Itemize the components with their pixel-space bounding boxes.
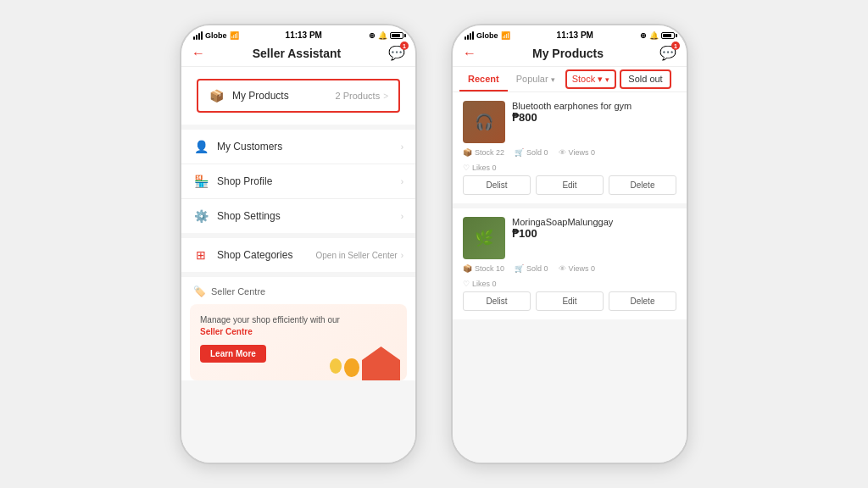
seller-centre-label: Seller Centre <box>211 286 265 297</box>
my-products-count: 2 Products > <box>336 91 388 101</box>
signal-bars <box>193 31 203 40</box>
seller-centre-link[interactable]: Seller Centre <box>200 327 253 336</box>
carrier-right: Globe <box>476 31 498 40</box>
shop-categories-label: Shop Categories <box>217 249 315 261</box>
delist-button-1[interactable]: Delist <box>463 175 531 195</box>
views-stat-1: 👁 Views 0 <box>559 148 595 157</box>
tab-sold-out[interactable]: Sold out <box>620 69 670 89</box>
shop-profile-item[interactable]: 🏪 Shop Profile › <box>181 164 415 199</box>
shop-profile-label: Shop Profile <box>217 175 401 187</box>
time-right: 11:13 PM <box>557 30 593 40</box>
shop-settings-label: Shop Settings <box>217 210 401 222</box>
seller-centre-section: 🏷️ Seller Centre Manage your shop effici… <box>181 277 415 380</box>
customers-chevron: › <box>401 142 403 152</box>
stock-icon-1: 📦 <box>463 148 472 157</box>
product-header-2: 🌿 MoringaSoapMalunggay ₱100 <box>463 217 676 259</box>
status-bar-right: Globe 📶 11:13 PM ⊕ 🔔 <box>453 25 687 42</box>
edit-button-1[interactable]: Edit <box>536 175 604 195</box>
product-name-1: Bluetooth earphones for gym <box>512 101 632 111</box>
product-thumb-2: 🌿 <box>463 217 505 259</box>
categories-icon: ⊞ <box>193 248 209 262</box>
product-actions-1: Delist Edit Delete <box>463 175 676 195</box>
sold-icon-2: 🛒 <box>515 264 524 273</box>
product-price-2: ₱100 <box>512 227 613 240</box>
chat-button-right[interactable]: 💬 1 <box>659 45 676 61</box>
status-bar-left: Globe 📶 11:13 PM ⊕ 🔔 <box>181 25 415 42</box>
product-card-2: 🌿 MoringaSoapMalunggay ₱100 📦 Stock 10 🛒… <box>453 208 687 319</box>
back-button-left[interactable]: ← <box>192 46 205 61</box>
my-products-label: My Products <box>232 90 336 102</box>
shop-profile-chevron: › <box>401 177 403 186</box>
views-stat-2: 👁 Views 0 <box>559 264 595 273</box>
stock-icon-2: 📦 <box>463 264 472 273</box>
banner-text: Manage your shop efficiently with our Se… <box>200 314 397 338</box>
edit-button-2[interactable]: Edit <box>536 291 604 311</box>
notification-icon-right: 🔔 <box>649 31 659 40</box>
products-icon: 📦 <box>209 89 224 103</box>
battery-left <box>390 32 403 39</box>
nav-bar-right: ← My Products 💬 1 <box>453 42 687 67</box>
status-right: ⊕ 🔔 <box>369 31 403 40</box>
likes-row-2: ♡ Likes 0 <box>463 280 676 288</box>
right-phone: Globe 📶 11:13 PM ⊕ 🔔 ← My Products 💬 1 R… <box>451 24 688 464</box>
seller-centre-icon: 🏷️ <box>193 286 206 297</box>
seller-centre-banner: Manage your shop efficiently with our Se… <box>190 304 407 380</box>
left-phone: Globe 📶 11:13 PM ⊕ 🔔 ← Seller Assistant … <box>180 24 417 464</box>
signal-bars-right <box>465 31 474 40</box>
product-info-2: MoringaSoapMalunggay ₱100 <box>512 217 613 245</box>
back-button-right[interactable]: ← <box>463 46 476 61</box>
earphones-emoji: 🎧 <box>475 113 493 131</box>
shop-categories-item[interactable]: ⊞ Shop Categories Open in Seller Center … <box>181 238 415 272</box>
status-left: Globe 📶 <box>193 31 239 40</box>
house-shape <box>362 347 400 380</box>
shop-profile-icon: 🏪 <box>193 175 209 188</box>
banner-decoration <box>330 347 400 380</box>
balloon-small <box>330 358 342 374</box>
shop-categories-right: Open in Seller Center › <box>315 251 403 260</box>
categories-chevron: › <box>401 251 403 260</box>
learn-more-button[interactable]: Learn More <box>200 345 266 363</box>
delist-button-2[interactable]: Delist <box>463 291 531 311</box>
product-name-2: MoringaSoapMalunggay <box>512 217 613 227</box>
shop-settings-chevron: › <box>401 212 403 221</box>
chat-badge-right: 1 <box>671 42 680 50</box>
wifi-icon: 📶 <box>230 31 239 40</box>
chat-button-left[interactable]: 💬 1 <box>388 45 405 61</box>
shop-settings-icon: ⚙️ <box>193 209 209 223</box>
seller-centre-header: 🏷️ Seller Centre <box>181 277 415 301</box>
tab-recent[interactable]: Recent <box>459 67 508 92</box>
page-title-left: Seller Assistant <box>253 47 342 60</box>
product-stats-1: 📦 Stock 22 🛒 Sold 0 👁 Views 0 <box>463 148 676 157</box>
delete-button-1[interactable]: Delete <box>609 175 676 195</box>
my-customers-label: My Customers <box>217 141 401 152</box>
customers-icon: 👤 <box>193 140 209 153</box>
page-title-right: My Products <box>532 47 604 60</box>
balloon-large <box>344 358 359 377</box>
shop-settings-item[interactable]: ⚙️ Shop Settings › <box>181 199 415 233</box>
left-content: 📦 My Products 2 Products > 👤 My Customer… <box>181 67 415 463</box>
nav-bar-left: ← Seller Assistant 💬 1 <box>181 42 415 67</box>
time-left: 11:13 PM <box>286 30 322 40</box>
tabs-bar: Recent Popular Stock ▾ Sold out <box>453 67 687 92</box>
likes-row-1: ♡ Likes 0 <box>463 164 676 172</box>
carrier-left: Globe <box>205 31 227 40</box>
location-icon: ⊕ <box>369 31 376 40</box>
my-customers-item[interactable]: 👤 My Customers › <box>181 130 415 164</box>
soap-emoji: 🌿 <box>475 229 493 247</box>
delete-button-2[interactable]: Delete <box>609 291 676 311</box>
views-icon-2: 👁 <box>559 264 566 273</box>
products-content: 🎧 Bluetooth earphones for gym ₱800 📦 Sto… <box>453 92 687 463</box>
product-card-1: 🎧 Bluetooth earphones for gym ₱800 📦 Sto… <box>453 92 687 203</box>
likes-stat-1: ♡ Likes 0 <box>463 164 497 172</box>
product-actions-2: Delist Edit Delete <box>463 291 676 311</box>
status-right-icons: ⊕ 🔔 <box>640 31 675 40</box>
tab-popular[interactable]: Popular <box>508 67 564 92</box>
tab-stock[interactable]: Stock ▾ <box>565 69 617 89</box>
main-menu: 👤 My Customers › 🏪 Shop Profile › ⚙️ Sho… <box>181 130 415 233</box>
location-icon-right: ⊕ <box>640 31 647 40</box>
battery-right <box>661 32 675 39</box>
sold-icon-1: 🛒 <box>515 148 524 157</box>
my-products-item[interactable]: 📦 My Products 2 Products > <box>197 79 400 113</box>
chat-badge-left: 1 <box>400 42 409 50</box>
product-price-1: ₱800 <box>512 111 632 124</box>
